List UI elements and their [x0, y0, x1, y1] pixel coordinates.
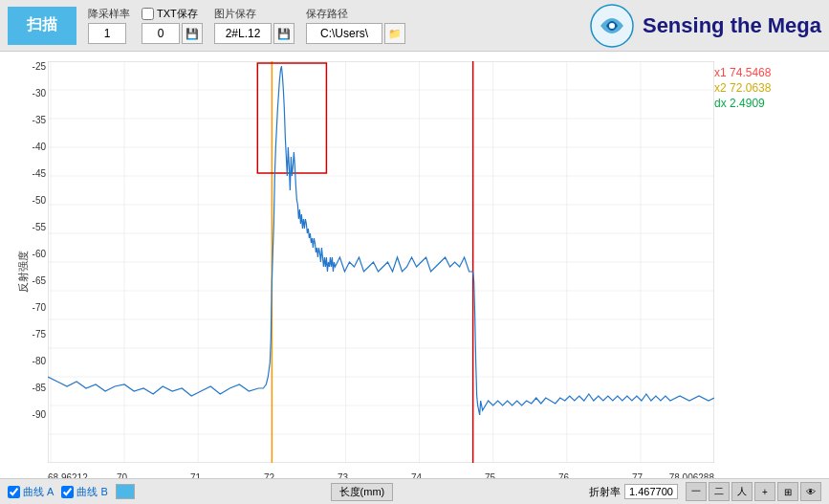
curve-b-checkbox[interactable] — [61, 486, 74, 498]
img-save-icon-btn[interactable]: 💾 — [273, 23, 295, 44]
measurements-panel: x1 74.5468 x2 72.0638 dx 2.4909 — [714, 66, 824, 112]
curve-a-checkbox[interactable] — [8, 486, 20, 498]
txt-save-checkbox[interactable] — [142, 8, 154, 20]
y-tick--90: -90 — [33, 409, 46, 420]
curve-a-label: 曲线 A — [23, 485, 54, 499]
chart-svg — [48, 61, 714, 463]
sample-rate-group: 降采样率 — [88, 7, 130, 44]
txt-save-input[interactable] — [142, 23, 180, 44]
refraction-label: 折射率 — [589, 485, 621, 499]
icon-view[interactable]: 👁 — [800, 482, 821, 501]
y-tick--30: -30 — [33, 88, 46, 99]
dx-label: dx — [714, 97, 727, 110]
y-tick--70: -70 — [33, 302, 46, 313]
curve-b-checkbox-group: 曲线 B — [61, 485, 107, 499]
y-tick--85: -85 — [33, 383, 46, 393]
y-tick--50: -50 — [33, 195, 46, 206]
y-tick--25: -25 — [33, 61, 46, 72]
icon-grid[interactable]: ⊞ — [777, 482, 798, 501]
icon-person2[interactable]: 二 — [709, 482, 730, 501]
y-tick--80: -80 — [33, 356, 46, 366]
color-picker-icon[interactable] — [116, 484, 135, 499]
img-save-label: 图片保存 — [214, 7, 256, 21]
icon-person1[interactable]: 一 — [686, 482, 707, 501]
x1-label: x1 — [714, 66, 727, 79]
y-tick--55: -55 — [33, 222, 46, 232]
txt-save-group: TXT保存 💾 — [142, 7, 203, 44]
sample-rate-input[interactable] — [88, 23, 126, 44]
x1-value: 74.5468 — [730, 66, 771, 79]
dx-value: 2.4909 — [730, 97, 765, 110]
icon-person3[interactable]: 人 — [731, 482, 753, 501]
y-axis-label: 反射强度 — [16, 251, 31, 293]
img-save-input[interactable] — [214, 23, 272, 44]
length-label: 长度(mm) — [339, 486, 385, 497]
x2-measurement: x2 72.0638 — [714, 81, 824, 95]
logo-area: Sensing the Mega — [589, 3, 821, 49]
y-tick--60: -60 — [33, 249, 46, 259]
y-tick--75: -75 — [33, 329, 46, 340]
x2-label: x2 — [714, 81, 727, 95]
x1-measurement: x1 74.5468 — [714, 66, 824, 79]
bottom-icons: 一 二 人 + ⊞ 👁 — [686, 482, 821, 501]
dx-measurement: dx 2.4909 — [714, 97, 824, 110]
y-tick--65: -65 — [33, 275, 46, 286]
save-path-group: 保存路径 📁 — [306, 7, 405, 44]
chart-container: 反射强度 0.51 存在高射的波导 x1 74.5468 x2 72.0638 … — [0, 52, 829, 492]
plot-area — [48, 61, 714, 463]
txt-save-label[interactable]: TXT保存 — [142, 7, 198, 21]
y-tick--40: -40 — [33, 142, 46, 152]
x2-value: 72.0638 — [730, 81, 771, 95]
save-path-icon-btn[interactable]: 📁 — [384, 23, 405, 44]
img-save-group: 图片保存 💾 — [214, 7, 295, 44]
y-tick--35: -35 — [33, 115, 46, 125]
txt-save-icon-btn[interactable]: 💾 — [182, 23, 203, 44]
y-tick--45: -45 — [33, 168, 46, 179]
save-path-label: 保存路径 — [306, 7, 348, 21]
save-path-input[interactable] — [306, 23, 382, 44]
sample-rate-label: 降采样率 — [88, 7, 130, 21]
icon-add[interactable]: + — [754, 482, 775, 501]
svg-point-1 — [609, 23, 615, 29]
toolbar: 扫描 降采样率 TXT保存 💾 图片保存 💾 保存路径 📁 — [0, 0, 829, 52]
logo-icon — [589, 3, 635, 49]
curve-b-label: 曲线 B — [76, 485, 107, 499]
logo-text: Sensing the Mega — [643, 13, 821, 38]
curve-a-checkbox-group: 曲线 A — [8, 485, 54, 499]
length-display: 长度(mm) — [331, 483, 394, 501]
scan-button[interactable]: 扫描 — [8, 7, 76, 45]
bottom-bar: 曲线 A 曲线 B 长度(mm) 折射率 一 二 人 + ⊞ 👁 — [0, 478, 829, 504]
refraction-group: 折射率 — [589, 484, 678, 499]
refraction-input[interactable] — [624, 484, 678, 499]
